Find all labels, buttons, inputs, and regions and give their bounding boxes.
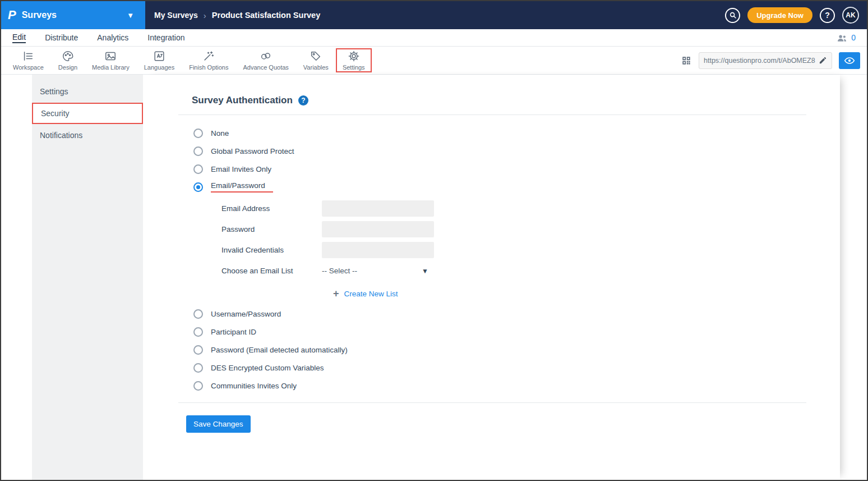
email-list-select-value: -- Select -- [322, 267, 357, 275]
divider [178, 114, 806, 115]
toolbar-item-label: Languages [144, 64, 174, 71]
tab-distribute[interactable]: Distribute [45, 29, 78, 46]
save-changes-button[interactable]: Save Changes [186, 415, 251, 433]
avatar[interactable]: AK [842, 7, 859, 24]
create-row: + Create New List [333, 287, 840, 300]
option-label: DES Encrypted Custom Variables [211, 364, 324, 372]
toolbar-item-label: Workspace [13, 64, 44, 71]
help-icon[interactable]: ? [820, 8, 835, 23]
breadcrumb-my-surveys[interactable]: My Surveys [154, 11, 198, 20]
product-switcher[interactable]: P Surveys ▼ [1, 1, 145, 29]
option-row: Password (Email detected automatically) [193, 341, 840, 359]
radio-password-email-auto[interactable] [193, 345, 203, 355]
toolbar-item-advance-quotas[interactable]: Advance Quotas [236, 47, 296, 74]
toolbar-item-finish-options[interactable]: Finish Options [182, 47, 236, 74]
security-settings-panel: Survey Authentication ? None Global Pass… [143, 75, 840, 480]
help-badge-icon[interactable]: ? [298, 95, 308, 106]
authentication-options: None Global Password Protect Email Invit… [193, 124, 840, 395]
radio-username-password[interactable] [193, 309, 203, 319]
option-label: Email Invites Only [211, 165, 271, 173]
collaborators-count: 0 [851, 33, 856, 42]
topbar: P Surveys ▼ My Surveys › Product Satisfa… [1, 1, 867, 29]
tag-icon [310, 50, 322, 62]
option-label: Username/Password [211, 310, 281, 318]
app-window: P Surveys ▼ My Surveys › Product Satisfa… [0, 0, 868, 481]
toolbar-item-workspace[interactable]: Workspace [6, 47, 51, 74]
breadcrumb-separator-icon: › [204, 11, 206, 20]
invalid-credentials-input[interactable] [322, 242, 434, 258]
survey-url-field[interactable]: https://questionpro.com/t/AbOMEZ8 [699, 52, 832, 69]
toolbar-item-languages[interactable]: Languages [137, 47, 182, 74]
radio-participant-id[interactable] [193, 327, 203, 337]
email-address-input[interactable] [322, 200, 434, 217]
tab-edit[interactable]: Edit [12, 29, 26, 46]
toolbar-item-variables[interactable]: Variables [296, 47, 336, 74]
settings-sidebar: Settings Security Notifications [32, 75, 143, 480]
radio-email-invites-only[interactable] [193, 164, 203, 174]
invalid-credentials-label: Invalid Credentials [221, 246, 322, 254]
translate-icon [153, 50, 165, 62]
plus-icon: + [333, 288, 339, 299]
toolbar-item-label: Design [58, 64, 77, 71]
content: Settings Security Notifications Survey A… [1, 75, 867, 480]
form-row: Invalid Credentials [221, 240, 840, 260]
email-list-select[interactable]: -- Select -- ▼ [322, 263, 428, 279]
collaborators[interactable]: 0 [837, 33, 856, 42]
right-gutter [840, 75, 867, 480]
topbar-actions: Upgrade Now ? AK [725, 7, 867, 24]
toolbar-item-settings[interactable]: Settings [336, 48, 372, 72]
toolbar-item-media-library[interactable]: Media Library [85, 47, 137, 74]
survey-url: https://questionpro.com/t/AbOMEZ8 [704, 57, 815, 65]
password-input[interactable] [322, 221, 434, 237]
nav-tabs: Edit Distribute Analytics Integration [12, 29, 184, 46]
sidebar-item-notifications[interactable]: Notifications [32, 124, 143, 146]
email-address-label: Email Address [221, 204, 322, 213]
option-label: Participant ID [211, 328, 256, 336]
sidebar-item-security[interactable]: Security [32, 103, 143, 124]
toolbar-right: https://questionpro.com/t/AbOMEZ8 [681, 52, 862, 69]
option-row: Email Invites Only [193, 160, 840, 178]
option-row: DES Encrypted Custom Variables [193, 359, 840, 377]
sidebar-item-label: Notifications [40, 131, 82, 140]
form-row: Password [221, 219, 840, 240]
option-label: None [211, 129, 229, 138]
questionpro-logo-icon: P [8, 8, 16, 22]
title-row: Survey Authentication ? [192, 95, 840, 106]
radio-communities-invites-only[interactable] [193, 381, 203, 391]
form-row: Email Address [221, 198, 840, 219]
workspace-icon [22, 50, 34, 62]
option-row: Email/Password [193, 178, 840, 196]
radio-none[interactable] [193, 129, 203, 138]
option-label: Password (Email detected automatically) [211, 346, 348, 354]
toolbar-item-label: Variables [303, 64, 329, 71]
sidebar-item-label: Security [41, 109, 70, 118]
search-icon[interactable] [725, 8, 740, 23]
toolbar-item-label: Media Library [92, 64, 130, 71]
edit-toolbar: Workspace Design Media Library [1, 47, 867, 75]
toolbar-item-label: Advance Quotas [243, 64, 288, 71]
radio-email-password[interactable] [193, 182, 203, 192]
toolbar-item-design[interactable]: Design [51, 47, 85, 74]
tab-analytics[interactable]: Analytics [97, 29, 128, 46]
left-gutter [1, 75, 32, 480]
email-password-form: Email Address Password Invalid Credentia… [221, 198, 840, 300]
toolbar-items: Workspace Design Media Library [6, 47, 372, 74]
main-nav: Edit Distribute Analytics Integration 0 [1, 29, 867, 47]
gear-icon [348, 50, 360, 62]
form-row: Choose an Email List -- Select -- ▼ [221, 260, 840, 281]
toolbar-item-label: Settings [343, 64, 365, 71]
radio-global-password-protect[interactable] [193, 146, 203, 156]
sidebar-item-settings[interactable]: Settings [32, 80, 143, 103]
create-new-list-link[interactable]: Create New List [344, 290, 398, 298]
option-row: Global Password Protect [193, 142, 840, 160]
radio-des-encrypted-custom-variables[interactable] [193, 363, 203, 373]
tab-integration[interactable]: Integration [147, 29, 184, 46]
qr-code-icon[interactable] [681, 55, 692, 66]
preview-eye-button[interactable] [839, 52, 860, 69]
divider [178, 402, 806, 403]
upgrade-now-button[interactable]: Upgrade Now [747, 7, 812, 23]
chevron-down-icon[interactable]: ▼ [127, 11, 138, 20]
edit-url-icon[interactable] [819, 56, 827, 65]
chevron-down-icon: ▼ [422, 267, 428, 275]
links-icon [260, 50, 272, 62]
